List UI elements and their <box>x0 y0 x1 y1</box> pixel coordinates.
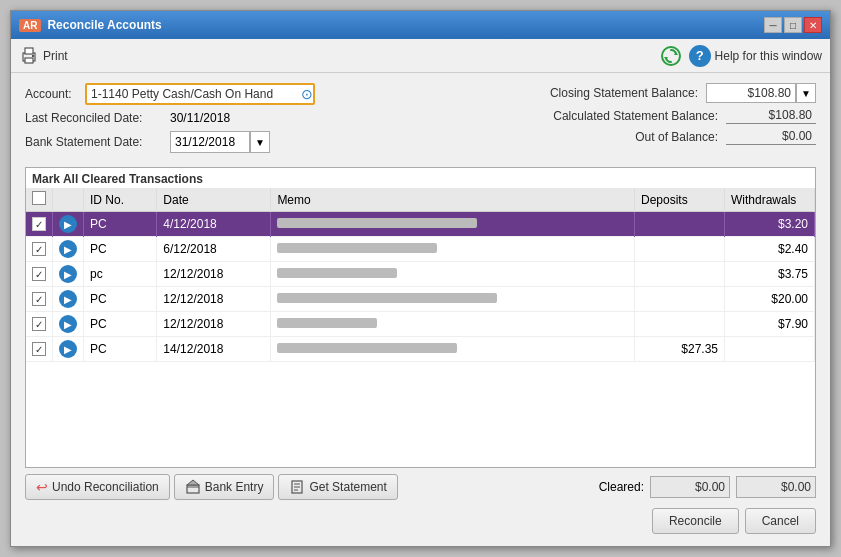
bank-statement-row: Bank Statement Date: ▼ <box>25 131 516 153</box>
toolbar: Print ? Help for this window <box>11 39 830 73</box>
row-memo: . <box>271 262 635 287</box>
bank-entry-button[interactable]: Bank Entry <box>174 474 275 500</box>
closing-balance-dropdown[interactable]: ▼ <box>796 83 816 103</box>
row-withdrawals: $20.00 <box>725 287 815 312</box>
undo-reconciliation-button[interactable]: ↩ Undo Reconciliation <box>25 474 170 500</box>
row-deposits <box>635 262 725 287</box>
row-nav-arrow[interactable]: ▶ <box>59 315 77 333</box>
closing-balance-value: $108.80 <box>706 83 796 103</box>
table-row: ▶pc12/12/2018.$3.75 <box>26 262 815 287</box>
bank-entry-icon <box>185 479 201 495</box>
row-deposits <box>635 312 725 337</box>
row-nav-arrow[interactable]: ▶ <box>59 340 77 358</box>
last-reconciled-row: Last Reconciled Date: 30/11/2018 <box>25 111 516 125</box>
svg-rect-1 <box>25 48 33 54</box>
reconcile-button[interactable]: Reconcile <box>652 508 739 534</box>
row-memo: . <box>271 287 635 312</box>
undo-icon: ↩ <box>36 479 48 495</box>
table-row: ▶PC12/12/2018.$7.90 <box>26 312 815 337</box>
footer-buttons: ↩ Undo Reconciliation Bank Entry <box>25 474 398 500</box>
cleared-deposits-input[interactable] <box>650 476 730 498</box>
last-reconciled-label: Last Reconciled Date: <box>25 111 170 125</box>
svg-rect-2 <box>25 58 33 63</box>
row-id: pc <box>84 262 157 287</box>
row-date: 12/12/2018 <box>157 287 271 312</box>
row-deposits: $27.35 <box>635 337 725 362</box>
svg-marker-9 <box>187 480 199 485</box>
row-id: PC <box>84 312 157 337</box>
row-id: PC <box>84 287 157 312</box>
row-nav-cell: ▶ <box>53 337 84 362</box>
account-label: Account: <box>25 87 85 101</box>
row-nav-arrow[interactable]: ▶ <box>59 265 77 283</box>
table-row: ▶PC6/12/2018.$2.40 <box>26 237 815 262</box>
closing-balance-row: Closing Statement Balance: $108.80 ▼ <box>536 83 816 103</box>
row-checkbox[interactable] <box>32 292 46 306</box>
account-row: Account: 1-1140 Petty Cash/Cash On Hand … <box>25 83 516 105</box>
close-button[interactable]: ✕ <box>804 17 822 33</box>
help-icon: ? <box>689 45 711 67</box>
last-reconciled-value: 30/11/2018 <box>170 111 230 125</box>
row-checkbox[interactable] <box>32 217 46 231</box>
row-withdrawals: $2.40 <box>725 237 815 262</box>
row-deposits <box>635 287 725 312</box>
cleared-withdrawals-input[interactable] <box>736 476 816 498</box>
row-nav-cell: ▶ <box>53 237 84 262</box>
row-nav-arrow[interactable]: ▶ <box>59 240 77 258</box>
form-section: Account: 1-1140 Petty Cash/Cash On Hand … <box>25 83 816 159</box>
row-nav-arrow[interactable]: ▶ <box>59 290 77 308</box>
col-id: ID No. <box>84 188 157 212</box>
form-left: Account: 1-1140 Petty Cash/Cash On Hand … <box>25 83 516 159</box>
get-statement-label: Get Statement <box>309 480 386 494</box>
form-right: Closing Statement Balance: $108.80 ▼ Cal… <box>536 83 816 159</box>
row-check-cell <box>26 212 53 237</box>
main-window: AR Reconcile Accounts ─ □ ✕ Print <box>10 10 831 547</box>
row-date: 12/12/2018 <box>157 312 271 337</box>
maximize-button[interactable]: □ <box>784 17 802 33</box>
undo-label: Undo Reconciliation <box>52 480 159 494</box>
row-nav-cell: ▶ <box>53 262 84 287</box>
row-nav-cell: ▶ <box>53 287 84 312</box>
row-deposits <box>635 237 725 262</box>
row-memo: . <box>271 212 635 237</box>
table-row: ▶PC12/12/2018.$20.00 <box>26 287 815 312</box>
refresh-button[interactable] <box>659 44 683 68</box>
get-statement-button[interactable]: Get Statement <box>278 474 397 500</box>
bank-statement-date-picker[interactable]: ▼ <box>250 131 270 153</box>
bank-entry-label: Bank Entry <box>205 480 264 494</box>
bank-statement-date-input[interactable] <box>170 131 250 153</box>
row-check-cell <box>26 262 53 287</box>
out-of-balance-value: $0.00 <box>726 128 816 145</box>
transactions-header: Mark All Cleared Transactions <box>26 168 815 188</box>
row-date: 12/12/2018 <box>157 262 271 287</box>
print-button[interactable]: Print <box>19 46 68 66</box>
row-checkbox[interactable] <box>32 267 46 281</box>
table-row: ▶PC14/12/2018.$27.35 <box>26 337 815 362</box>
row-id: PC <box>84 212 157 237</box>
transactions-table: ID No. Date Memo Deposits Withdrawals ▶P… <box>26 188 815 362</box>
table-header-row: ID No. Date Memo Deposits Withdrawals <box>26 188 815 212</box>
row-id: PC <box>84 237 157 262</box>
row-withdrawals: $7.90 <box>725 312 815 337</box>
row-memo: . <box>271 312 635 337</box>
row-checkbox[interactable] <box>32 342 46 356</box>
account-select[interactable]: 1-1140 Petty Cash/Cash On Hand <box>85 83 315 105</box>
bank-statement-label: Bank Statement Date: <box>25 135 170 149</box>
table-wrapper: ID No. Date Memo Deposits Withdrawals ▶P… <box>26 188 815 467</box>
minimize-button[interactable]: ─ <box>764 17 782 33</box>
row-check-cell <box>26 287 53 312</box>
svg-rect-7 <box>187 485 199 493</box>
row-withdrawals: $3.75 <box>725 262 815 287</box>
row-check-cell <box>26 312 53 337</box>
row-checkbox[interactable] <box>32 242 46 256</box>
cleared-section: Cleared: <box>599 476 816 498</box>
window-controls: ─ □ ✕ <box>764 17 822 33</box>
row-checkbox[interactable] <box>32 317 46 331</box>
help-button[interactable]: ? Help for this window <box>689 45 822 67</box>
row-nav-arrow[interactable]: ▶ <box>59 215 77 233</box>
transactions-section: Mark All Cleared Transactions ID No. Dat… <box>25 167 816 468</box>
get-statement-icon <box>289 479 305 495</box>
row-deposits <box>635 212 725 237</box>
cancel-button[interactable]: Cancel <box>745 508 816 534</box>
select-all-checkbox[interactable] <box>32 191 46 205</box>
